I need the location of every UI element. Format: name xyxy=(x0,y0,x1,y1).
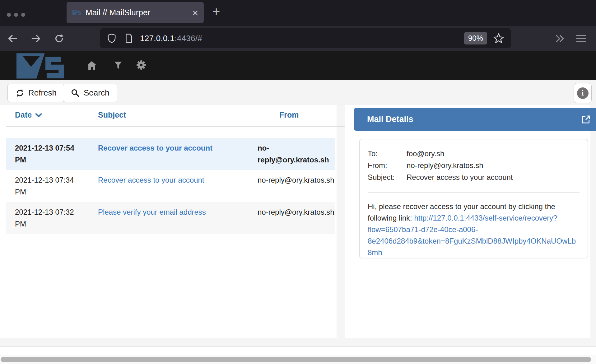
refresh-label: Refresh xyxy=(28,88,57,98)
mail-from: no-reply@ory.kratos.sh xyxy=(258,174,335,198)
mail-details-card: To: foo@ory.sh From: no-reply@ory.kratos… xyxy=(359,139,588,258)
browser-tab-bar: Mail // MailSlurper × + xyxy=(0,0,596,26)
new-tab-button[interactable]: + xyxy=(212,4,220,19)
subject-value: Recover access to your account xyxy=(407,171,513,183)
card-divider xyxy=(368,192,580,193)
favicon-mailslurper-icon xyxy=(72,10,81,16)
mailslurper-header xyxy=(0,51,596,80)
mail-subject-link[interactable]: Please verify your email address xyxy=(98,208,206,216)
to-label: To: xyxy=(368,148,407,160)
url-host: 127.0.0.1 xyxy=(140,34,175,43)
mail-list-header: Date Subject From xyxy=(6,105,337,119)
pane-gap-divider xyxy=(346,338,346,346)
table-row[interactable]: 2021-12-13 07:32 PM Please verify your e… xyxy=(6,202,335,234)
mail-from: no-reply@ory.kratos.sh xyxy=(258,206,335,230)
page-info-icon[interactable] xyxy=(124,33,133,43)
mail-body: Hi, please recover access to your accoun… xyxy=(368,201,580,258)
sort-chevron-down-icon xyxy=(35,112,42,118)
subject-label: Subject: xyxy=(368,171,407,183)
filter-icon[interactable] xyxy=(114,61,123,70)
info-icon: i xyxy=(577,87,589,99)
search-label: Search xyxy=(84,88,109,98)
from-label: From: xyxy=(368,160,407,171)
window-controls[interactable] xyxy=(7,13,25,17)
back-icon[interactable] xyxy=(7,34,17,44)
mailslurper-window: Mail // MailSlurper × + 127.0.0.1:4436/#… xyxy=(0,0,596,364)
refresh-button[interactable]: Refresh xyxy=(7,84,65,102)
detail-to-row: To: foo@ory.sh xyxy=(368,148,580,160)
mail-details-header: Mail Details xyxy=(354,108,596,131)
forward-icon[interactable] xyxy=(31,34,41,44)
mail-date: 2021-12-13 07:34 PM xyxy=(15,174,98,198)
zoom-level-badge[interactable]: 90% xyxy=(464,32,487,44)
browser-tab[interactable]: Mail // MailSlurper × xyxy=(67,2,204,23)
date-header-label: Date xyxy=(15,110,32,119)
url-text[interactable]: 127.0.0.1:4436/# xyxy=(140,34,202,43)
column-header-date[interactable]: Date xyxy=(15,110,98,119)
info-button[interactable]: i xyxy=(574,83,592,103)
to-value: foo@ory.sh xyxy=(407,148,444,160)
mail-from: no-reply@ory.kratos.sh xyxy=(258,142,335,166)
home-icon[interactable] xyxy=(86,60,97,70)
mail-details-title: Mail Details xyxy=(367,114,413,124)
tab-title: Mail // MailSlurper xyxy=(86,8,150,17)
table-row[interactable]: 2021-12-13 07:54 PM Recover access to yo… xyxy=(6,138,335,170)
table-row[interactable]: 2021-12-13 07:34 PM Recover access to yo… xyxy=(6,170,335,202)
menu-hamburger-icon[interactable] xyxy=(576,35,586,43)
horizontal-scrollbar[interactable] xyxy=(0,356,596,364)
app-toolbar: Refresh Search i xyxy=(0,80,596,105)
tab-close-icon[interactable]: × xyxy=(192,8,198,18)
search-icon xyxy=(71,89,80,97)
search-button[interactable]: Search xyxy=(63,84,117,102)
bottom-strip xyxy=(0,346,596,356)
settings-gear-icon[interactable] xyxy=(136,60,146,70)
mail-subject-link[interactable]: Recover access to your account xyxy=(98,144,212,152)
header-divider xyxy=(6,126,345,127)
column-header-subject[interactable]: Subject xyxy=(98,110,258,119)
detail-subject-row: Subject: Recover access to your account xyxy=(368,171,580,183)
url-bar[interactable]: 127.0.0.1:4436/# 90% xyxy=(100,28,511,48)
reload-icon[interactable] xyxy=(54,34,64,44)
mail-subject-link[interactable]: Recover access to your account xyxy=(98,176,204,184)
scrollbar-thumb[interactable] xyxy=(1,357,591,362)
refresh-icon xyxy=(16,89,24,97)
shield-icon[interactable] xyxy=(107,33,116,43)
browser-nav-bar: 127.0.0.1:4436/# 90% xyxy=(0,26,596,51)
open-external-icon[interactable] xyxy=(581,114,591,124)
url-path: :4436/# xyxy=(175,34,202,43)
mailslurper-logo xyxy=(9,52,70,79)
column-header-from[interactable]: From xyxy=(258,110,337,119)
mail-rows: 2021-12-13 07:54 PM Recover access to yo… xyxy=(6,138,335,234)
overflow-chevrons-icon[interactable] xyxy=(555,34,566,43)
mail-date: 2021-12-13 07:54 PM xyxy=(15,142,98,166)
bookmark-star-icon[interactable] xyxy=(493,33,504,44)
from-value: no-reply@ory.kratos.sh xyxy=(407,160,483,171)
mail-date: 2021-12-13 07:32 PM xyxy=(15,206,98,230)
detail-from-row: From: no-reply@ory.kratos.sh xyxy=(368,160,580,171)
